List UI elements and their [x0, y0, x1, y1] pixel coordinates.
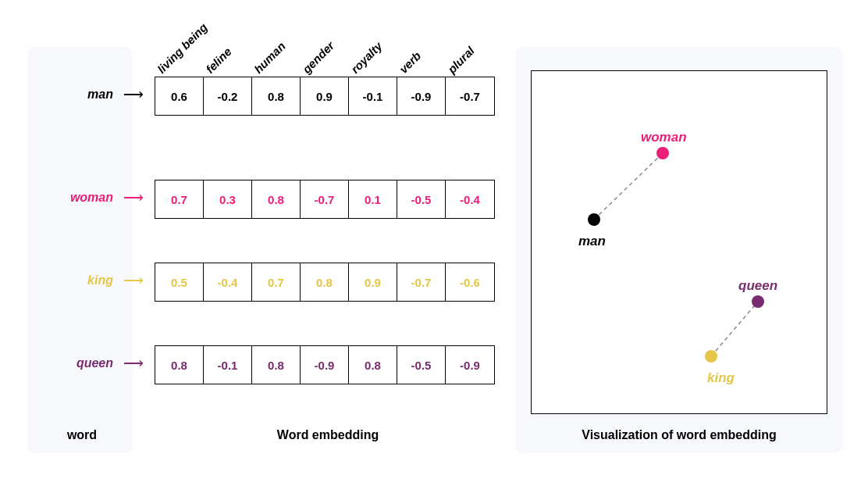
embedding-row-woman: 0.70.30.8-0.70.1-0.5-0.4	[155, 180, 495, 219]
dim-header-human: human	[251, 39, 288, 76]
arrow-icon: ⟶	[123, 88, 144, 102]
caption-embedding: Word embedding	[203, 428, 453, 442]
embedding-cell: -0.7	[301, 180, 349, 218]
caption-word: word	[39, 428, 125, 442]
word-label-man: man	[35, 88, 113, 102]
viz-label-man: man	[578, 234, 606, 249]
viz-line	[711, 302, 758, 356]
embedding-cell: 0.1	[349, 180, 397, 218]
dim-header-royalty: royalty	[348, 39, 385, 76]
embedding-cell: 0.7	[155, 180, 204, 218]
arrow-icon: ⟶	[123, 273, 144, 288]
embedding-cell: -0.6	[446, 263, 494, 301]
viz-label-woman: woman	[641, 130, 687, 145]
word-label-woman: woman	[35, 191, 113, 205]
viz-panel: manwomankingqueen	[515, 47, 843, 453]
embedding-cell: -0.1	[349, 77, 397, 115]
dim-header-plural: plural	[445, 44, 477, 76]
word-label-king: king	[35, 273, 113, 288]
embedding-cell: 0.8	[301, 263, 349, 301]
dim-header-verb: verb	[397, 49, 423, 76]
viz-dot-king	[705, 350, 717, 363]
viz-dot-man	[588, 213, 600, 226]
viz-plot-area: manwomankingqueen	[531, 70, 827, 414]
embedding-row-man: 0.6-0.20.80.9-0.1-0.9-0.7	[155, 77, 495, 116]
word-panel	[27, 47, 133, 453]
embedding-cell: -0.9	[397, 77, 446, 115]
embedding-cell: -0.1	[204, 346, 252, 384]
embedding-cell: 0.8	[155, 346, 204, 384]
embedding-cell: -0.2	[204, 77, 252, 115]
embedding-cell: -0.5	[397, 346, 446, 384]
embedding-cell: 0.8	[252, 346, 301, 384]
embedding-cell: 0.3	[204, 180, 252, 218]
embedding-cell: -0.4	[446, 180, 494, 218]
dim-header-feline: feline	[203, 45, 234, 76]
dim-header-living-being: living being	[155, 20, 210, 76]
caption-viz: Visualization of word embedding	[531, 428, 827, 442]
viz-dot-queen	[752, 295, 764, 308]
embedding-cell: 0.8	[349, 346, 397, 384]
embedding-row-king: 0.5-0.40.70.80.9-0.7-0.6	[155, 263, 495, 302]
viz-dot-woman	[656, 147, 669, 159]
word-label-queen: queen	[35, 356, 113, 370]
embedding-cell: 0.9	[349, 263, 397, 301]
viz-lines	[532, 71, 828, 415]
viz-label-queen: queen	[738, 278, 777, 294]
viz-label-king: king	[707, 370, 735, 386]
arrow-icon: ⟶	[123, 356, 144, 370]
embedding-cell: -0.7	[397, 263, 446, 301]
viz-line	[594, 153, 663, 220]
embedding-cell: 0.8	[252, 180, 301, 218]
embedding-cell: 0.8	[252, 77, 301, 115]
embedding-cell: -0.7	[446, 77, 494, 115]
embedding-cell: 0.5	[155, 263, 204, 301]
embedding-cell: 0.6	[155, 77, 204, 115]
embedding-cell: -0.9	[301, 346, 349, 384]
dim-header-gender: gender	[300, 39, 336, 76]
arrow-icon: ⟶	[123, 191, 144, 205]
embedding-cell: 0.9	[301, 77, 349, 115]
embedding-cell: 0.7	[252, 263, 301, 301]
embedding-row-queen: 0.8-0.10.8-0.90.8-0.5-0.9	[155, 345, 495, 384]
embedding-cell: -0.9	[446, 346, 494, 384]
embedding-cell: -0.4	[204, 263, 252, 301]
embedding-cell: -0.5	[397, 180, 446, 218]
